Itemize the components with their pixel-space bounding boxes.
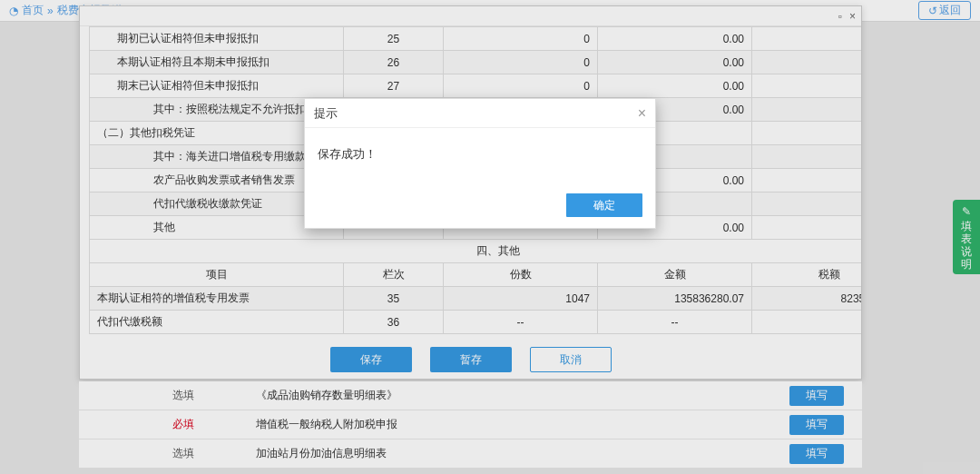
modal-ok-button[interactable]: 确定 (566, 193, 642, 217)
modal-close-icon[interactable]: × (638, 105, 646, 122)
modal-message: 保存成功！ (305, 128, 655, 186)
modal-mask (0, 0, 980, 474)
modal-title: 提示 (314, 105, 338, 122)
alert-modal: 提示 × 保存成功！ 确定 (304, 98, 656, 229)
